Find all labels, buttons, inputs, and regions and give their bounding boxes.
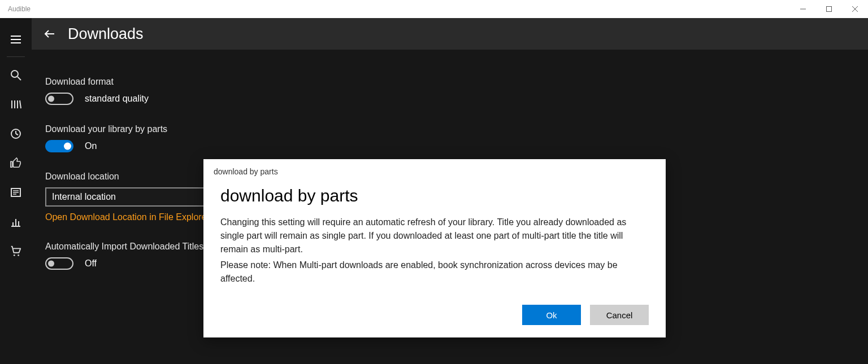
stats-icon: [10, 216, 22, 228]
svg-rect-1: [827, 7, 832, 12]
auto-import-value: Off: [85, 258, 97, 269]
svg-line-8: [18, 77, 21, 80]
sidebar: [0, 18, 32, 364]
sidebar-library-button[interactable]: [2, 91, 29, 118]
cart-icon: [10, 245, 22, 257]
minimize-icon: [800, 6, 806, 12]
thumbs-up-icon: [10, 157, 22, 169]
back-arrow-icon: [43, 27, 57, 41]
page-title: Downloads: [68, 25, 144, 43]
window-titlebar: Audible: [0, 0, 868, 18]
svg-point-7: [11, 71, 18, 77]
sidebar-stats-button[interactable]: [2, 208, 29, 235]
download-format-toggle[interactable]: [45, 93, 73, 105]
cancel-button[interactable]: Cancel: [590, 305, 649, 325]
window-close-button[interactable]: [842, 0, 868, 18]
news-icon: [10, 186, 22, 199]
sidebar-clock-button[interactable]: [2, 120, 29, 147]
clock-icon: [10, 128, 22, 140]
auto-import-toggle[interactable]: [45, 257, 73, 270]
window-minimize-button[interactable]: [790, 0, 816, 18]
open-download-location-link[interactable]: Open Download Location in File Explorer: [45, 212, 210, 222]
download-format-value: standard quality: [85, 94, 149, 104]
download-by-parts-toggle[interactable]: [45, 140, 73, 152]
sidebar-news-button[interactable]: [2, 179, 29, 206]
svg-point-25: [18, 255, 19, 256]
sidebar-thumbsup-button[interactable]: [2, 150, 29, 177]
dialog-small-title: download by parts: [203, 159, 666, 176]
download-by-parts-dialog: download by parts download by parts Chan…: [203, 159, 666, 337]
dialog-title: download by parts: [220, 186, 649, 205]
download-location-selected: Internal location: [52, 192, 116, 202]
sidebar-menu-button[interactable]: [2, 26, 29, 53]
window-title: Audible: [0, 5, 31, 13]
download-by-parts-label: Download your library by parts: [45, 124, 868, 134]
download-by-parts-setting: Download your library by parts On: [45, 124, 868, 152]
download-format-setting: Download format standard quality: [45, 77, 868, 105]
ok-button[interactable]: Ok: [522, 305, 581, 325]
dialog-paragraph-2: Please note: When Multi-part downloads a…: [220, 258, 649, 286]
search-icon: [10, 69, 22, 81]
sidebar-search-button[interactable]: [2, 62, 29, 89]
dialog-actions: Ok Cancel: [203, 300, 666, 337]
dialog-paragraph-1: Changing this setting will require an au…: [220, 216, 649, 256]
download-format-label: Download format: [45, 77, 868, 87]
library-icon: [10, 98, 22, 111]
hamburger-icon: [10, 33, 22, 46]
sidebar-divider: [7, 56, 25, 57]
back-button[interactable]: [42, 26, 58, 42]
svg-point-24: [14, 255, 15, 256]
maximize-icon: [826, 6, 832, 12]
sidebar-cart-button[interactable]: [2, 238, 29, 265]
window-maximize-button[interactable]: [816, 0, 842, 18]
close-icon: [852, 6, 858, 12]
page-header: Downloads: [32, 18, 868, 50]
svg-line-15: [16, 134, 18, 135]
svg-line-12: [20, 100, 21, 108]
download-by-parts-value: On: [85, 141, 97, 151]
